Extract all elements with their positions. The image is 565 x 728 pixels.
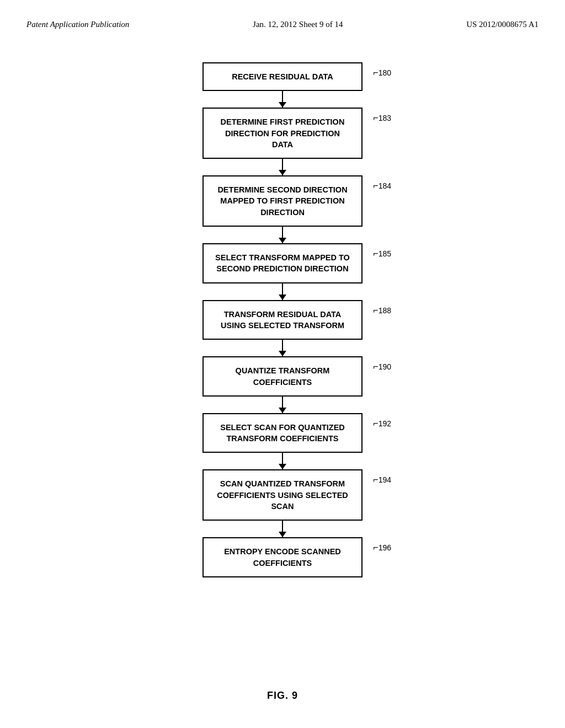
arrow-1 [282, 159, 283, 175]
box-190: QUANTIZE TRANSFORM COEFFICIENTS [202, 356, 363, 397]
box-194: SCAN QUANTIZED TRANSFORM COEFFICIENTS US… [202, 469, 363, 521]
header-left: Patent Application Publication [26, 20, 129, 29]
flow-step-185: SELECT TRANSFORM MAPPED TO SECOND PREDIC… [202, 243, 363, 283]
ref-label-185: ⌐185 [373, 249, 391, 259]
arrow-2 [282, 227, 283, 243]
ref-label-194: ⌐194 [373, 475, 391, 485]
flow-step-194: SCAN QUANTIZED TRANSFORM COEFFICIENTS US… [202, 469, 363, 521]
arrow-5 [282, 397, 283, 413]
arrow-4 [282, 340, 283, 356]
box-185: SELECT TRANSFORM MAPPED TO SECOND PREDIC… [202, 243, 363, 283]
arrow-3 [282, 283, 283, 300]
flow-step-180: RECEIVE RESIDUAL DATA⌐180 [202, 62, 363, 91]
flow-step-188: TRANSFORM RESIDUAL DATA USING SELECTED T… [202, 300, 363, 340]
box-188: TRANSFORM RESIDUAL DATA USING SELECTED T… [202, 300, 363, 340]
diagram-container: RECEIVE RESIDUAL DATA⌐180DETERMINE FIRST… [0, 62, 565, 577]
box-180: RECEIVE RESIDUAL DATA [202, 62, 363, 91]
header-right: US 2012/0008675 A1 [466, 20, 539, 29]
ref-label-196: ⌐196 [373, 543, 391, 553]
box-183: DETERMINE FIRST PREDICTION DIRECTION FOR… [202, 108, 363, 159]
flow-step-184: DETERMINE SECOND DIRECTION MAPPED TO FIR… [202, 175, 363, 227]
ref-label-190: ⌐190 [373, 362, 391, 372]
ref-label-183: ⌐183 [373, 113, 391, 123]
ref-label-184: ⌐184 [373, 181, 391, 191]
header-center: Jan. 12, 2012 Sheet 9 of 14 [253, 20, 343, 29]
flowchart: RECEIVE RESIDUAL DATA⌐180DETERMINE FIRST… [202, 62, 363, 577]
flow-step-190: QUANTIZE TRANSFORM COEFFICIENTS⌐190 [202, 356, 363, 397]
flow-step-192: SELECT SCAN FOR QUANTIZED TRANSFORM COEF… [202, 413, 363, 453]
arrow-0 [282, 91, 283, 108]
figure-label: FIG. 9 [267, 690, 298, 702]
flow-step-183: DETERMINE FIRST PREDICTION DIRECTION FOR… [202, 108, 363, 159]
arrow-7 [282, 521, 283, 537]
arrow-6 [282, 453, 283, 469]
box-196: ENTROPY ENCODE SCANNED COEFFICIENTS [202, 537, 363, 577]
page-header: Patent Application Publication Jan. 12, … [0, 0, 565, 29]
ref-label-188: ⌐188 [373, 306, 391, 315]
ref-label-192: ⌐192 [373, 419, 391, 429]
box-184: DETERMINE SECOND DIRECTION MAPPED TO FIR… [202, 175, 363, 227]
box-192: SELECT SCAN FOR QUANTIZED TRANSFORM COEF… [202, 413, 363, 453]
flow-step-196: ENTROPY ENCODE SCANNED COEFFICIENTS⌐196 [202, 537, 363, 577]
ref-label-180: ⌐180 [373, 68, 391, 78]
